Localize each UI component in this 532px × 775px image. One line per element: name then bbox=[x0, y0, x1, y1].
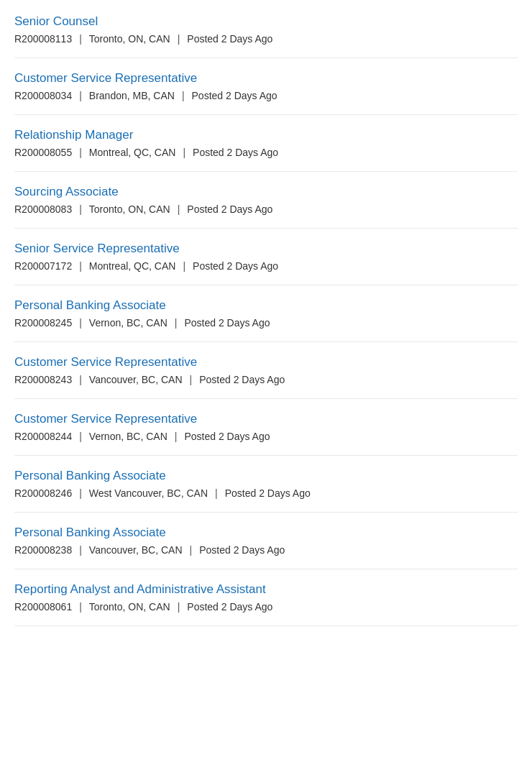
job-meta: R200008061|Toronto, ON, CAN|Posted 2 Day… bbox=[14, 601, 518, 613]
list-item[interactable]: Senior CounselR200008113|Toronto, ON, CA… bbox=[14, 7, 518, 58]
job-location: Brandon, MB, CAN bbox=[89, 90, 175, 101]
job-location: Vancouver, BC, CAN bbox=[89, 544, 183, 556]
job-id: R200008055 bbox=[14, 147, 72, 158]
separator-icon: | bbox=[79, 544, 82, 556]
separator-icon: | bbox=[215, 487, 218, 499]
separator-icon: | bbox=[79, 260, 82, 272]
list-item[interactable]: Personal Banking AssociateR200008238|Van… bbox=[14, 513, 518, 569]
list-item[interactable]: Personal Banking AssociateR200008246|Wes… bbox=[14, 456, 518, 513]
job-title[interactable]: Personal Banking Associate bbox=[14, 469, 518, 483]
job-title[interactable]: Customer Service Representative bbox=[14, 71, 518, 86]
separator-icon: | bbox=[79, 601, 82, 613]
job-meta: R200008055|Montreal, QC, CAN|Posted 2 Da… bbox=[14, 147, 518, 158]
job-id: R200008243 bbox=[14, 374, 72, 385]
job-posted: Posted 2 Days Ago bbox=[192, 90, 278, 101]
list-item[interactable]: Customer Service RepresentativeR20000824… bbox=[14, 342, 518, 399]
separator-icon: | bbox=[190, 374, 193, 385]
separator-icon: | bbox=[79, 147, 82, 158]
job-id: R200008113 bbox=[14, 33, 72, 45]
job-title[interactable]: Senior Counsel bbox=[14, 14, 518, 29]
job-meta: R200008034|Brandon, MB, CAN|Posted 2 Day… bbox=[14, 90, 518, 101]
job-meta: R200008243|Vancouver, BC, CAN|Posted 2 D… bbox=[14, 374, 518, 385]
job-meta: R200008238|Vancouver, BC, CAN|Posted 2 D… bbox=[14, 544, 518, 556]
separator-icon: | bbox=[178, 33, 180, 45]
job-posted: Posted 2 Days Ago bbox=[199, 544, 285, 556]
job-title[interactable]: Personal Banking Associate bbox=[14, 298, 518, 313]
separator-icon: | bbox=[183, 260, 185, 272]
job-meta: R200008113|Toronto, ON, CAN|Posted 2 Day… bbox=[14, 33, 518, 45]
job-id: R200008238 bbox=[14, 544, 72, 556]
job-id: R200008034 bbox=[14, 90, 72, 101]
separator-icon: | bbox=[178, 203, 180, 215]
job-title[interactable]: Customer Service Representative bbox=[14, 412, 518, 426]
list-item[interactable]: Customer Service RepresentativeR20000803… bbox=[14, 58, 518, 115]
job-meta: R200008083|Toronto, ON, CAN|Posted 2 Day… bbox=[14, 203, 518, 215]
job-id: R200008245 bbox=[14, 317, 72, 329]
separator-icon: | bbox=[79, 374, 82, 385]
list-item[interactable]: Sourcing AssociateR200008083|Toronto, ON… bbox=[14, 172, 518, 229]
job-list: Senior CounselR200008113|Toronto, ON, CA… bbox=[14, 7, 518, 626]
list-item[interactable]: Senior Service RepresentativeR200007172|… bbox=[14, 229, 518, 285]
job-title[interactable]: Customer Service Representative bbox=[14, 355, 518, 370]
job-location: Vernon, BC, CAN bbox=[89, 431, 168, 442]
job-id: R200008246 bbox=[14, 487, 72, 499]
job-id: R200007172 bbox=[14, 260, 72, 272]
list-item[interactable]: Reporting Analyst and Administrative Ass… bbox=[14, 569, 518, 626]
separator-icon: | bbox=[175, 317, 178, 329]
job-posted: Posted 2 Days Ago bbox=[184, 431, 270, 442]
job-location: Toronto, ON, CAN bbox=[89, 33, 170, 45]
job-posted: Posted 2 Days Ago bbox=[199, 374, 285, 385]
job-posted: Posted 2 Days Ago bbox=[187, 33, 272, 45]
job-meta: R200008246|West Vancouver, BC, CAN|Poste… bbox=[14, 487, 518, 499]
job-location: Vernon, BC, CAN bbox=[89, 317, 168, 329]
job-posted: Posted 2 Days Ago bbox=[187, 601, 272, 613]
job-title[interactable]: Senior Service Representative bbox=[14, 242, 518, 256]
list-item[interactable]: Relationship ManagerR200008055|Montreal,… bbox=[14, 115, 518, 172]
job-location: Montreal, QC, CAN bbox=[89, 260, 176, 272]
job-posted: Posted 2 Days Ago bbox=[225, 487, 311, 499]
separator-icon: | bbox=[79, 431, 82, 442]
separator-icon: | bbox=[178, 601, 180, 613]
job-location: West Vancouver, BC, CAN bbox=[89, 487, 208, 499]
job-title[interactable]: Relationship Manager bbox=[14, 128, 518, 142]
job-posted: Posted 2 Days Ago bbox=[193, 147, 278, 158]
separator-icon: | bbox=[175, 431, 178, 442]
job-posted: Posted 2 Days Ago bbox=[184, 317, 270, 329]
job-meta: R200008245|Vernon, BC, CAN|Posted 2 Days… bbox=[14, 317, 518, 329]
job-location: Montreal, QC, CAN bbox=[89, 147, 176, 158]
separator-icon: | bbox=[79, 203, 82, 215]
separator-icon: | bbox=[79, 487, 82, 499]
job-meta: R200007172|Montreal, QC, CAN|Posted 2 Da… bbox=[14, 260, 518, 272]
job-location: Toronto, ON, CAN bbox=[89, 601, 170, 613]
job-id: R200008061 bbox=[14, 601, 72, 613]
job-id: R200008083 bbox=[14, 203, 72, 215]
job-meta: R200008244|Vernon, BC, CAN|Posted 2 Days… bbox=[14, 431, 518, 442]
job-id: R200008244 bbox=[14, 431, 72, 442]
job-title[interactable]: Reporting Analyst and Administrative Ass… bbox=[14, 582, 518, 597]
job-posted: Posted 2 Days Ago bbox=[187, 203, 272, 215]
list-item[interactable]: Customer Service RepresentativeR20000824… bbox=[14, 399, 518, 456]
job-location: Toronto, ON, CAN bbox=[89, 203, 170, 215]
separator-icon: | bbox=[79, 317, 82, 329]
job-title[interactable]: Sourcing Associate bbox=[14, 185, 518, 199]
separator-icon: | bbox=[182, 90, 185, 101]
separator-icon: | bbox=[79, 90, 82, 101]
list-item[interactable]: Personal Banking AssociateR200008245|Ver… bbox=[14, 285, 518, 342]
job-title[interactable]: Personal Banking Associate bbox=[14, 526, 518, 540]
separator-icon: | bbox=[183, 147, 185, 158]
job-location: Vancouver, BC, CAN bbox=[89, 374, 183, 385]
job-posted: Posted 2 Days Ago bbox=[193, 260, 278, 272]
separator-icon: | bbox=[79, 33, 82, 45]
separator-icon: | bbox=[190, 544, 193, 556]
